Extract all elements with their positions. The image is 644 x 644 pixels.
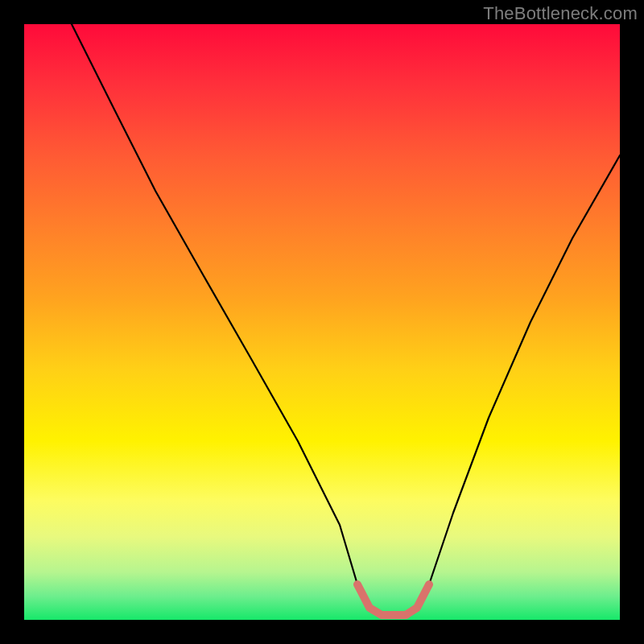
watermark-text: TheBottleneck.com (483, 3, 638, 24)
optimal-zone-highlight (357, 584, 429, 615)
curve-layer (24, 24, 620, 620)
bottleneck-curve (72, 24, 620, 617)
plot-area (24, 24, 620, 620)
chart-frame: TheBottleneck.com (0, 0, 644, 644)
